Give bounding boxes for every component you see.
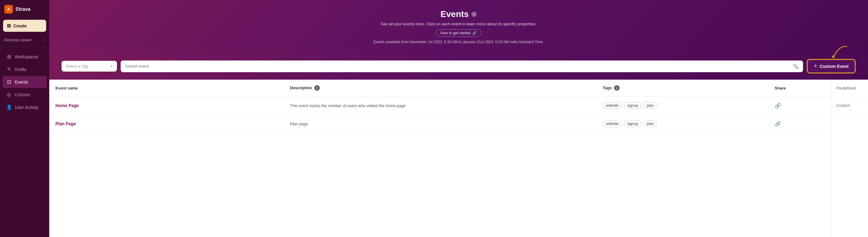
- col-header-share: Share: [769, 80, 831, 97]
- events-subtitle: See all your events here. Click on each …: [62, 22, 856, 26]
- description-info-icon[interactable]: i: [314, 85, 320, 91]
- table-container: Event name Description i Tags i Share: [49, 80, 868, 237]
- user-activity-icon: 👤: [6, 104, 12, 110]
- predefined-filter[interactable]: Predefined: [831, 80, 868, 97]
- search-box: 🔍: [121, 60, 803, 72]
- events-title: Events i: [62, 9, 856, 19]
- table-row: Home Page This event tracks the number o…: [49, 97, 831, 115]
- tag-badge[interactable]: plan: [643, 120, 657, 127]
- recently-viewed[interactable]: Recently viewed ›: [0, 35, 49, 45]
- tag-select[interactable]: Select a Tag ▾: [62, 61, 117, 72]
- custom-filter[interactable]: Custom: [831, 97, 868, 114]
- create-icon: ⊞: [7, 23, 11, 29]
- create-label: Create: [13, 23, 27, 28]
- col-header-description: Description i: [284, 80, 596, 97]
- search-row: Select a Tag ▾ 🔍 + Custom Event: [49, 53, 868, 80]
- sidebar: A Strava ⊞ Create Recently viewed › ⊞ Wo…: [0, 0, 49, 237]
- share-icon[interactable]: 🔗: [775, 121, 781, 127]
- cohorts-icon: ◎: [6, 91, 12, 98]
- sidebar-item-drafts[interactable]: ✎ Drafts: [2, 63, 47, 75]
- chevron-down-icon: ▾: [111, 64, 113, 68]
- event-description: This event tracks the number of users wh…: [290, 103, 406, 108]
- sidebar-item-label: User Activity: [15, 105, 38, 110]
- table-row: Plan Page Plan page website signup plan: [49, 115, 831, 133]
- events-header: Events i See all your events here. Click…: [49, 0, 868, 53]
- curved-arrow-decoration: [830, 45, 848, 60]
- sidebar-item-workspaces[interactable]: ⊞ Workspaces: [2, 51, 47, 63]
- date-range: Events available from November 1st 2023,…: [62, 40, 856, 44]
- plus-icon: +: [814, 63, 817, 70]
- sidebar-divider: [0, 47, 49, 47]
- tag-badge[interactable]: signup: [624, 102, 642, 109]
- tags-info-icon[interactable]: i: [614, 85, 620, 91]
- events-icon: ⊡: [6, 79, 12, 85]
- event-name[interactable]: Home Page: [55, 103, 79, 108]
- custom-event-button[interactable]: + Custom Event: [807, 59, 856, 74]
- search-icon: 🔍: [793, 63, 799, 69]
- tag-badge[interactable]: plan: [643, 102, 657, 109]
- workspaces-icon: ⊞: [6, 54, 12, 59]
- drafts-icon: ✎: [6, 67, 12, 72]
- title-info-icon[interactable]: i: [471, 11, 477, 17]
- tags-cell: website signup plan: [603, 102, 763, 109]
- event-name[interactable]: Plan Page: [55, 121, 76, 126]
- tag-select-placeholder: Select a Tag: [66, 64, 88, 69]
- table-type-sidebar: Predefined Custom: [831, 80, 868, 237]
- app-logo: A Strava: [0, 0, 49, 19]
- tag-badge[interactable]: website: [603, 120, 622, 127]
- sidebar-item-user-activity[interactable]: 👤 User Activity: [2, 101, 47, 113]
- app-name: Strava: [16, 6, 30, 12]
- sidebar-item-label: Events: [15, 80, 28, 84]
- sidebar-item-label: Cohorts: [15, 92, 30, 97]
- how-to-button[interactable]: How to get started 🔗: [436, 29, 481, 37]
- sidebar-nav: ⊞ Workspaces ✎ Drafts ⊡ Events ◎ Cohorts…: [0, 48, 49, 237]
- sidebar-item-events[interactable]: ⊡ Events: [2, 76, 47, 88]
- sidebar-item-label: Drafts: [15, 67, 26, 72]
- logo-icon: A: [4, 5, 13, 14]
- tags-cell: website signup plan: [603, 120, 763, 127]
- event-description: Plan page: [290, 122, 308, 126]
- sidebar-item-cohorts[interactable]: ◎ Cohorts: [2, 88, 47, 101]
- sidebar-item-label: Workspaces: [15, 54, 38, 59]
- create-button[interactable]: ⊞ Create: [3, 20, 46, 32]
- chevron-right-icon: ›: [44, 38, 45, 42]
- col-header-event-name: Event name: [49, 80, 284, 97]
- main-content: Events i See all your events here. Click…: [49, 0, 868, 237]
- search-input[interactable]: [125, 64, 790, 69]
- col-header-tags: Tags i: [596, 80, 769, 97]
- tag-badge[interactable]: website: [603, 102, 622, 109]
- share-icon[interactable]: 🔗: [775, 103, 781, 108]
- recently-viewed-label: Recently viewed: [4, 38, 31, 42]
- tag-badge[interactable]: signup: [624, 120, 642, 127]
- events-table: Event name Description i Tags i Share: [49, 80, 831, 237]
- link-icon: 🔗: [472, 31, 477, 35]
